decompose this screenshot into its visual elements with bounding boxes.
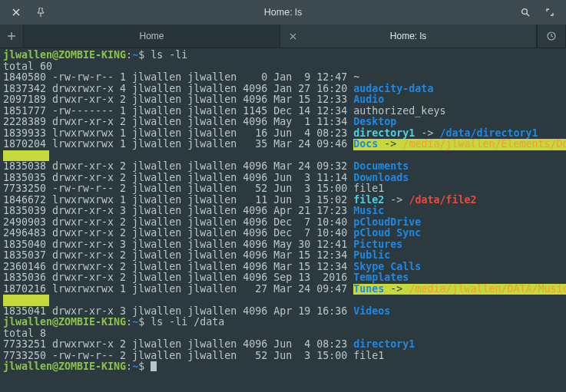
new-tab-button[interactable] xyxy=(0,25,24,48)
close-tab-icon[interactable] xyxy=(286,30,299,42)
tab-label: Home: ls xyxy=(390,31,426,42)
cursor xyxy=(151,361,157,371)
tab-home[interactable]: Home xyxy=(24,25,280,48)
search-icon[interactable] xyxy=(514,2,537,22)
history-icon[interactable] xyxy=(537,25,566,48)
terminal-window: Home: ls Home Home: ls jlwallen@ZOMBIE-K… xyxy=(0,0,566,392)
svg-point-0 xyxy=(522,9,528,15)
pin-window-icon[interactable] xyxy=(29,2,52,22)
tabbar: Home Home: ls xyxy=(0,25,566,48)
close-window-icon[interactable] xyxy=(5,2,28,22)
titlebar: Home: ls xyxy=(0,0,566,25)
tab-label: Home xyxy=(139,31,164,42)
maximize-icon[interactable] xyxy=(538,2,561,22)
tab-home-ls[interactable]: Home: ls xyxy=(280,25,537,48)
window-title: Home: ls xyxy=(54,7,512,18)
terminal-output[interactable]: jlwallen@ZOMBIE-KING:~$ ls -litotal 6018… xyxy=(0,48,566,377)
